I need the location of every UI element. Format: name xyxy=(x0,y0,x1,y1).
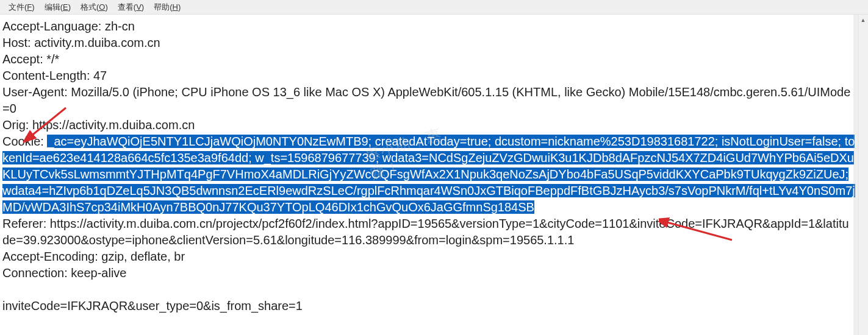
menu-file[interactable]: 文件(F) xyxy=(4,1,40,14)
line-connection: Connection: keep-alive xyxy=(2,266,126,280)
menu-format[interactable]: 格式(O) xyxy=(76,1,113,14)
line-user-agent: User-Agent: Mozilla/5.0 (iPhone; CPU iPh… xyxy=(2,85,850,115)
line-trailing: inviteCode=IFKJRAQR&user_type=0&is_from_… xyxy=(2,299,303,312)
line-origin-pre: Orig xyxy=(2,118,26,132)
line-referer: Referer: https://activity.m.duiba.com.cn… xyxy=(2,217,849,247)
line-host: Host: activity.m.duiba.com.cn xyxy=(2,36,160,49)
line-accept-language: Accept-Language: zh-cn xyxy=(2,19,135,33)
cookie-selection-1: _ac=eyJhaWQiOjE5NTY1LCJjaWQiOjM0NTY0NzEw… xyxy=(2,135,855,181)
cookie-gap xyxy=(848,168,852,181)
text-content[interactable]: Accept-Language: zh-cn Host: activity.m.… xyxy=(0,15,858,335)
menu-help[interactable]: 帮助(H) xyxy=(149,1,185,14)
menu-view[interactable]: 查看(V) xyxy=(113,1,149,14)
line-content-length: Content-Length: 47 xyxy=(2,69,107,82)
line-origin-post: : https://activity.m.duiba.com.cn xyxy=(26,118,195,132)
vertical-scrollbar[interactable]: ▲ xyxy=(858,15,868,335)
cookie-label: Cookie: xyxy=(2,135,47,148)
menu-bar: 文件(F) 编辑(E) 格式(O) 查看(V) 帮助(H) xyxy=(0,0,868,15)
cookie-selection-2: wdata4=hZIvp6b1qDZeLq5JN3QB5dwnnsn2EcERl… xyxy=(2,184,855,214)
menu-edit[interactable]: 编辑(E) xyxy=(40,1,76,14)
line-accept-encoding: Accept-Encoding: gzip, deflate, br xyxy=(2,250,185,263)
scrollbar-up-arrow-icon[interactable]: ▲ xyxy=(858,15,868,25)
line-accept: Accept: */* xyxy=(2,52,59,66)
window-edge xyxy=(853,15,857,335)
content-wrapper: Accept-Language: zh-cn Host: activity.m.… xyxy=(0,15,868,335)
